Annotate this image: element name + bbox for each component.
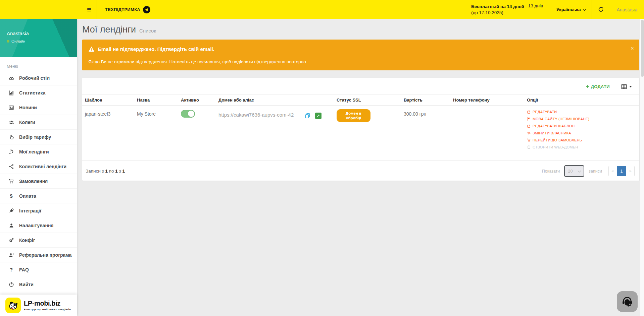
open-site-button[interactable] [315,113,321,119]
column-header: Домен або аліас [218,94,337,106]
copy-icon[interactable] [304,113,311,119]
dashboard-icon [8,75,14,81]
email-warning-banner: Email не підтверджено. Підтвердіть свій … [82,40,639,70]
trial-info: Бесплатный на 14 дней (до 17.10.2025) [471,4,524,16]
sidebar-menu: Робочий стіл Статистика Новини Колеги Ви… [0,71,77,292]
banner-text: Якщо Ви не отримали підтвердження. [88,59,169,64]
sidebar-footer-logo[interactable]: LP-mobi.biz Конструктор мобільних лендін… [0,295,77,316]
sidebar-item-orders[interactable]: Замовлення [0,174,77,189]
sidebar-item-label: Новини [19,105,37,110]
sidebar-item-label: Статистика [19,90,45,96]
footer-logo-title: LP-mobi.biz [24,300,71,307]
language-label: Українська [556,7,581,12]
scrollbar-track[interactable] [640,19,644,316]
users-icon [8,119,14,125]
resend-confirmation-link[interactable]: Натисніть це посилання, щоб надіслати пі… [169,59,306,64]
records-info: Записи з 1 по 1 з 1 [86,169,125,174]
sidebar-item-dashboard[interactable]: Робочий стіл [0,71,77,85]
refresh-button[interactable] [592,0,610,19]
edit-link[interactable]: РЕДАГУВАТИ [527,110,639,114]
column-header: Назва [137,94,181,106]
tech-support-button[interactable]: ТЕХПІДТРИМКА [97,0,158,19]
sidebar-item-config[interactable]: Конфіг [0,233,77,248]
ssl-status-badge[interactable]: Домен в обробці [337,109,370,122]
topbar-username[interactable]: Anastasia [610,0,644,19]
plus-icon: + [586,83,589,89]
sidebar-item-integrations[interactable]: Інтеграції [0,203,77,218]
telegram-icon [143,6,150,13]
change-owner-link[interactable]: ЗМІНИТИ ВЛАСНИКА [527,131,639,135]
scrollbar-thumb[interactable] [641,20,644,77]
sidebar-item-label: Інтеграції [19,208,41,213]
columns-dropdown-button[interactable] [621,84,632,89]
landing-name: My Store [137,111,156,117]
add-landing-button[interactable]: + ДОДАТИ [586,83,610,89]
records-label: записи [589,169,602,174]
hamburger-menu-icon[interactable]: ≡ [82,0,97,19]
bar-chart-icon [8,89,14,96]
file-signature-icon [8,148,14,155]
column-header: Шаблон [85,94,137,106]
sidebar-item-statistics[interactable]: Статистика [0,85,77,100]
pagination-page-1[interactable]: 1 [617,166,626,176]
edit-icon [527,124,531,128]
sidebar-item-label: Робочий стіл [19,75,50,81]
language-selector[interactable]: Українська [550,0,591,19]
sidebar-item-tariff[interactable]: Вибір тарифу [0,130,77,144]
app-root: ≡ ТЕХПІДТРИМКА Бесплатный на 14 дней (до… [0,0,644,316]
sidebar-item-settings[interactable]: Налаштування [0,218,77,233]
menu-section-label: Меню [7,64,77,69]
sidebar-item-referral[interactable]: Реферальна програма [0,248,77,262]
chat-support-button[interactable] [617,291,638,312]
edit-template-link[interactable]: РЕДАГУВАТИ ШАБЛОН [527,124,639,128]
column-header: Статус SSL [337,94,404,106]
page-size-select[interactable]: 20 [564,165,584,177]
table-grid-icon [621,84,627,89]
edit-icon [527,110,531,114]
price-value: 300.00 грн [404,111,426,117]
main-content: Мої лендінги Список Email не підтверджен… [77,19,644,316]
chevron-down-icon [583,7,586,11]
go-to-orders-link[interactable]: ПЕРЕЙТИ ДО ЗАМОВЛЕНЬ [527,138,639,142]
table-footer: Записи з 1 по 1 з 1 Показати 20 записи «… [82,161,639,177]
site-language-link[interactable]: МОВА САЙТУ (НЕЗМІНЮВАНЕ) [527,117,639,121]
sidebar-item-collective-landings[interactable]: Колективні лендінги [0,159,77,174]
sidebar-item-payment[interactable]: $ Оплата [0,189,77,203]
user-plus-icon [8,252,14,258]
sidebar-item-logout[interactable]: Вийти [0,277,77,292]
sidebar-item-label: Замовлення [19,179,48,184]
pagination-prev-button[interactable]: « [608,166,617,176]
top-bar: ≡ ТЕХПІДТРИМКА Бесплатный на 14 дней (до… [0,0,644,19]
footer-logo-subtitle: Конструктор мобільних лендінгів [24,308,71,311]
sidebar-item-label: Колеги [19,120,35,125]
clipboard-icon [527,145,531,149]
page-subtitle: Список [139,28,156,34]
online-status-dot [7,40,9,43]
column-header: Номер телефону [453,94,527,106]
pagination: « 1 » [608,166,635,176]
sidebar-item-news[interactable]: Новини [0,100,77,115]
pagination-next-button[interactable]: » [626,166,635,176]
close-icon[interactable]: × [631,46,634,51]
domain-input[interactable] [218,111,300,120]
create-web-domain-link[interactable]: СТВОРИТИ WEB-ДОМЕН [527,145,639,149]
caret-down-icon [629,86,632,87]
sidebar-item-my-landings[interactable]: Мої лендінги [0,144,77,159]
toggle-knob [188,111,194,117]
cart-icon [527,138,531,142]
cogs-icon [8,237,14,243]
column-header: Опції [527,94,639,106]
trial-until-label: (до 17.10.2025) [471,10,503,15]
template-name: japan-steel3 [85,111,110,117]
column-header: Активно [181,94,218,106]
sidebar-item-label: Реферальна програма [19,252,71,258]
newspaper-icon [8,104,14,111]
question-icon: ? [8,266,14,273]
landings-table: Шаблон Назва Активно Домен або аліас Ста… [82,94,639,161]
tech-support-label: ТЕХПІДТРИМКА [105,7,140,12]
active-toggle[interactable] [181,110,195,118]
sidebar-item-colleagues[interactable]: Колеги [0,115,77,130]
sidebar-item-faq[interactable]: ? FAQ [0,262,77,277]
refresh-icon [598,6,604,13]
sidebar-item-label: Мої лендінги [19,149,49,154]
